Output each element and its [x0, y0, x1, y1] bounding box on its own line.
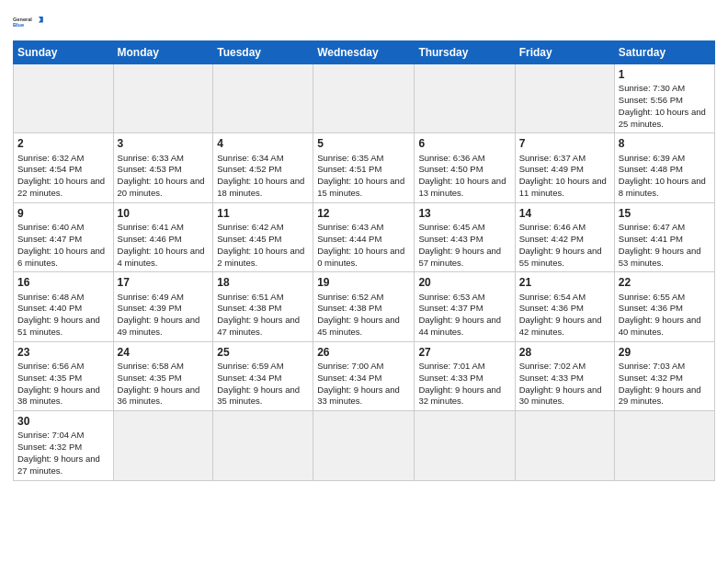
calendar-cell: 20Sunrise: 6:53 AM Sunset: 4:37 PM Dayli… [415, 272, 515, 341]
day-number: 1 [619, 67, 711, 82]
calendar-cell: 6Sunrise: 6:36 AM Sunset: 4:50 PM Daylig… [415, 133, 515, 202]
calendar-cell: 18Sunrise: 6:51 AM Sunset: 4:38 PM Dayli… [213, 272, 313, 341]
day-number: 16 [17, 275, 109, 290]
calendar-cell [515, 64, 614, 133]
calendar-cell [113, 64, 213, 133]
calendar-cell: 8Sunrise: 6:39 AM Sunset: 4:48 PM Daylig… [614, 133, 714, 202]
weekday-row: SundayMondayTuesdayWednesdayThursdayFrid… [14, 41, 715, 64]
day-info: Sunrise: 6:36 AM Sunset: 4:50 PM Dayligh… [418, 153, 510, 200]
calendar-cell: 30Sunrise: 7:04 AM Sunset: 4:32 PM Dayli… [14, 411, 114, 480]
calendar-week-row: 23Sunrise: 6:56 AM Sunset: 4:35 PM Dayli… [14, 341, 715, 410]
calendar-cell: 15Sunrise: 6:47 AM Sunset: 4:41 PM Dayli… [614, 202, 714, 271]
weekday-header: Sunday [14, 41, 114, 64]
day-info: Sunrise: 6:42 AM Sunset: 4:45 PM Dayligh… [217, 222, 309, 269]
day-info: Sunrise: 6:52 AM Sunset: 4:38 PM Dayligh… [317, 292, 410, 339]
calendar: SundayMondayTuesdayWednesdayThursdayFrid… [13, 40, 715, 481]
day-number: 23 [17, 345, 109, 360]
day-number: 14 [519, 206, 610, 221]
day-number: 7 [519, 136, 610, 151]
day-info: Sunrise: 6:45 AM Sunset: 4:43 PM Dayligh… [418, 222, 510, 269]
day-info: Sunrise: 7:01 AM Sunset: 4:33 PM Dayligh… [418, 361, 510, 408]
calendar-cell [614, 411, 714, 480]
calendar-body: 1Sunrise: 7:30 AM Sunset: 5:56 PM Daylig… [14, 64, 715, 481]
page: GeneralBlue SundayMondayTuesdayWednesday… [0, 0, 728, 490]
calendar-cell: 2Sunrise: 6:32 AM Sunset: 4:54 PM Daylig… [14, 133, 114, 202]
weekday-header: Thursday [415, 41, 515, 64]
calendar-cell: 13Sunrise: 6:45 AM Sunset: 4:43 PM Dayli… [415, 202, 515, 271]
calendar-cell: 7Sunrise: 6:37 AM Sunset: 4:49 PM Daylig… [515, 133, 614, 202]
day-number: 11 [217, 206, 309, 221]
calendar-cell: 27Sunrise: 7:01 AM Sunset: 4:33 PM Dayli… [415, 341, 515, 410]
generalblue-logo-icon: GeneralBlue [13, 9, 46, 35]
day-number: 8 [619, 136, 711, 151]
calendar-cell [213, 64, 313, 133]
day-info: Sunrise: 7:02 AM Sunset: 4:33 PM Dayligh… [519, 361, 610, 408]
day-number: 15 [619, 206, 711, 221]
day-number: 22 [619, 275, 711, 290]
day-number: 2 [17, 136, 109, 151]
day-number: 27 [418, 345, 510, 360]
calendar-cell: 25Sunrise: 6:59 AM Sunset: 4:34 PM Dayli… [213, 341, 313, 410]
calendar-cell: 12Sunrise: 6:43 AM Sunset: 4:44 PM Dayli… [313, 202, 415, 271]
calendar-cell: 5Sunrise: 6:35 AM Sunset: 4:51 PM Daylig… [313, 133, 415, 202]
calendar-cell: 17Sunrise: 6:49 AM Sunset: 4:39 PM Dayli… [113, 272, 213, 341]
calendar-cell: 29Sunrise: 7:03 AM Sunset: 4:32 PM Dayli… [614, 341, 714, 410]
day-info: Sunrise: 6:34 AM Sunset: 4:52 PM Dayligh… [217, 153, 309, 200]
day-info: Sunrise: 6:35 AM Sunset: 4:51 PM Dayligh… [317, 153, 410, 200]
calendar-week-row: 9Sunrise: 6:40 AM Sunset: 4:47 PM Daylig… [14, 202, 715, 271]
day-number: 17 [118, 275, 210, 290]
day-info: Sunrise: 7:00 AM Sunset: 4:34 PM Dayligh… [317, 361, 410, 408]
day-number: 12 [317, 206, 410, 221]
day-info: Sunrise: 6:56 AM Sunset: 4:35 PM Dayligh… [17, 361, 109, 408]
day-number: 10 [118, 206, 210, 221]
weekday-header: Tuesday [213, 41, 313, 64]
calendar-cell: 14Sunrise: 6:46 AM Sunset: 4:42 PM Dayli… [515, 202, 614, 271]
calendar-cell: 1Sunrise: 7:30 AM Sunset: 5:56 PM Daylig… [614, 64, 714, 133]
day-number: 26 [317, 345, 410, 360]
day-info: Sunrise: 6:33 AM Sunset: 4:53 PM Dayligh… [118, 153, 210, 200]
svg-marker-2 [39, 17, 43, 22]
day-number: 18 [217, 275, 309, 290]
day-info: Sunrise: 7:03 AM Sunset: 4:32 PM Dayligh… [619, 361, 711, 408]
logo: GeneralBlue [13, 9, 46, 35]
day-number: 19 [317, 275, 410, 290]
calendar-cell: 22Sunrise: 6:55 AM Sunset: 4:36 PM Dayli… [614, 272, 714, 341]
calendar-cell: 28Sunrise: 7:02 AM Sunset: 4:33 PM Dayli… [515, 341, 614, 410]
day-info: Sunrise: 6:43 AM Sunset: 4:44 PM Dayligh… [317, 222, 410, 269]
calendar-cell [313, 411, 415, 480]
day-number: 29 [619, 345, 711, 360]
calendar-cell: 16Sunrise: 6:48 AM Sunset: 4:40 PM Dayli… [14, 272, 114, 341]
calendar-week-row: 16Sunrise: 6:48 AM Sunset: 4:40 PM Dayli… [14, 272, 715, 341]
calendar-cell [415, 411, 515, 480]
calendar-cell [515, 411, 614, 480]
day-number: 4 [217, 136, 309, 151]
day-info: Sunrise: 6:39 AM Sunset: 4:48 PM Dayligh… [619, 153, 711, 200]
day-info: Sunrise: 6:55 AM Sunset: 4:36 PM Dayligh… [619, 292, 711, 339]
calendar-week-row: 30Sunrise: 7:04 AM Sunset: 4:32 PM Dayli… [14, 411, 715, 480]
calendar-cell: 21Sunrise: 6:54 AM Sunset: 4:36 PM Dayli… [515, 272, 614, 341]
weekday-header: Wednesday [313, 41, 415, 64]
day-info: Sunrise: 6:53 AM Sunset: 4:37 PM Dayligh… [418, 292, 510, 339]
weekday-header: Saturday [614, 41, 714, 64]
day-number: 30 [17, 414, 109, 429]
calendar-cell: 26Sunrise: 7:00 AM Sunset: 4:34 PM Dayli… [313, 341, 415, 410]
calendar-cell [113, 411, 213, 480]
weekday-header: Friday [515, 41, 614, 64]
calendar-cell [213, 411, 313, 480]
calendar-header: SundayMondayTuesdayWednesdayThursdayFrid… [14, 41, 715, 64]
calendar-week-row: 1Sunrise: 7:30 AM Sunset: 5:56 PM Daylig… [14, 64, 715, 133]
day-number: 28 [519, 345, 610, 360]
day-info: Sunrise: 7:04 AM Sunset: 4:32 PM Dayligh… [17, 430, 109, 477]
calendar-cell: 19Sunrise: 6:52 AM Sunset: 4:38 PM Dayli… [313, 272, 415, 341]
day-info: Sunrise: 6:54 AM Sunset: 4:36 PM Dayligh… [519, 292, 610, 339]
calendar-cell: 10Sunrise: 6:41 AM Sunset: 4:46 PM Dayli… [113, 202, 213, 271]
calendar-cell: 24Sunrise: 6:58 AM Sunset: 4:35 PM Dayli… [113, 341, 213, 410]
calendar-cell: 3Sunrise: 6:33 AM Sunset: 4:53 PM Daylig… [113, 133, 213, 202]
day-number: 21 [519, 275, 610, 290]
svg-text:General: General [13, 17, 32, 22]
calendar-cell [313, 64, 415, 133]
day-number: 24 [118, 345, 210, 360]
day-info: Sunrise: 6:51 AM Sunset: 4:38 PM Dayligh… [217, 292, 309, 339]
day-info: Sunrise: 6:58 AM Sunset: 4:35 PM Dayligh… [118, 361, 210, 408]
calendar-week-row: 2Sunrise: 6:32 AM Sunset: 4:54 PM Daylig… [14, 133, 715, 202]
